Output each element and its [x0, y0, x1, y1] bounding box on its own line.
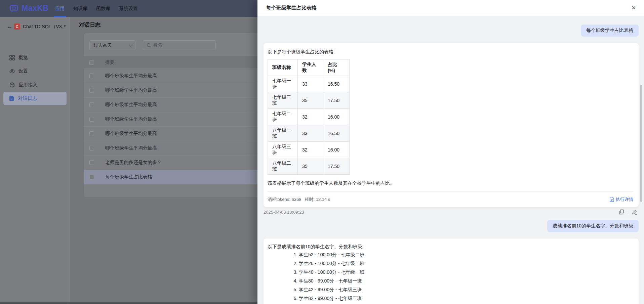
document-icon [610, 197, 614, 202]
row-checkbox[interactable] [89, 88, 94, 93]
table-header-row: 摘要 [84, 56, 266, 69]
grid-icon [9, 55, 15, 60]
drawer-header: 每个班级学生占比表格 ✕ [257, 0, 644, 16]
row-checkbox[interactable] [89, 131, 94, 136]
chat-log-rows: 哪个班级学生平均分最高 哪个班级学生平均分最高 哪个班级学生平均分最高 哪个班级… [84, 69, 266, 184]
th-student-count: 学生人数 [298, 59, 323, 76]
close-icon[interactable]: ✕ [632, 5, 636, 11]
sidebar-item-chat-logs[interactable]: 对话日志 [3, 92, 67, 105]
answer-intro: 以下是每个班级学生占比的表格: [268, 48, 633, 55]
ai-answer-card: 以下是每个班级学生占比的表格: 班级名称 学生人数 占比 (%) 七年级一班33… [264, 43, 639, 207]
th-ratio: 占比 (%) [323, 59, 350, 76]
column-header-summary: 摘要 [105, 59, 114, 66]
row-checkbox[interactable] [89, 160, 94, 165]
row-checkbox[interactable] [89, 74, 94, 78]
table-row[interactable]: 哪个班级学生平均分最高 [84, 112, 266, 127]
nav-item-functions[interactable]: 函数库 [96, 0, 110, 17]
search-icon [147, 43, 151, 48]
list-item: 学生80 - 99.00分 - 七年级一班 [299, 277, 633, 284]
list-item: 学生52 - 100.00分 - 七年级二班 [299, 251, 633, 258]
divider [628, 210, 628, 214]
table-row: 八年级三班3216.00 [268, 142, 350, 158]
sidebar-item-label: 应用接入 [18, 82, 37, 88]
answer-intro: 以下是成绩排名前10的学生名字、分数和班级: [268, 243, 633, 250]
row-summary: 哪个班级学生平均分最高 [105, 116, 157, 122]
chat-detail-drawer: 每个班级学生占比表格 ✕ 每个班级学生占比表格 以下是每个班级学生占比的表格: … [257, 0, 644, 304]
sidebar-item-overview[interactable]: 概览 [3, 51, 67, 64]
conversation-panel: 每个班级学生占比表格 以下是每个班级学生占比的表格: 班级名称 学生人数 占比 … [257, 16, 644, 304]
top-students-list: 学生52 - 100.00分 - 七年级二班 学生26 - 100.00分 - … [268, 251, 633, 304]
row-summary: 每个班级学生占比表格 [105, 174, 152, 180]
table-row: 七年级一班3316.50 [268, 76, 350, 92]
nav-item-apps[interactable]: 应用 [55, 0, 65, 17]
gear-icon [9, 69, 15, 74]
row-checkbox[interactable] [89, 146, 94, 150]
window-bottom-edge [0, 302, 257, 304]
row-summary: 哪个班级学生平均分最高 [105, 131, 157, 137]
user-message-bubble: 成绩排名前10的学生名字、分数和班级 [547, 220, 639, 232]
select-all-checkbox[interactable] [89, 60, 94, 65]
row-checkbox[interactable] [89, 102, 94, 107]
copy-icon[interactable] [619, 209, 624, 215]
table-row-selected[interactable]: 每个班级学生占比表格 [84, 170, 266, 184]
list-item: 学生82 - 99.00分 - 七年级三班 [299, 295, 633, 302]
execution-detail-link[interactable]: 执行详情 [610, 197, 633, 203]
tokens-used: 消耗tokens: 6368 [268, 197, 301, 203]
doc-icon [9, 96, 14, 101]
sidebar-item-label: 设置 [18, 68, 28, 74]
row-summary: 哪个班级学生平均分最高 [105, 102, 157, 108]
class-ratio-table: 班级名称 学生人数 占比 (%) 七年级一班3316.50 七年级三班3517.… [268, 59, 350, 175]
chevron-down-icon [129, 43, 133, 46]
nav-item-knowledge[interactable]: 知识库 [73, 0, 87, 17]
cube-icon [9, 82, 15, 88]
nav-menu: 应用 知识库 函数库 系统设置 [55, 0, 138, 17]
answer-summary: 该表格展示了每个班级的学生人数及其在全校学生中的占比。 [268, 180, 633, 186]
sidebar-item-label: 对话日志 [18, 95, 37, 101]
table-row: 八年级一班3316.50 [268, 125, 350, 142]
app-sidebar: ← C Chat TO SQL（V3... ▾ 概览 设置 [0, 17, 70, 304]
row-checkbox[interactable] [89, 175, 94, 179]
drawer-scrollbar[interactable] [640, 85, 642, 202]
list-item: 学生26 - 100.00分 - 七年级二班 [299, 260, 633, 267]
answer-meta-footer: 消耗tokens: 6368 耗时: 12.14 s 执行详情 [268, 192, 633, 207]
search-input[interactable]: 搜索 [143, 40, 216, 50]
date-range-select[interactable]: 过去90天 [89, 40, 135, 50]
nav-item-settings[interactable]: 系统设置 [119, 0, 138, 17]
app-name: Chat TO SQL（V3... [23, 24, 63, 30]
page-title: 对话日志 [79, 21, 100, 29]
table-row: 八年级二班3517.50 [268, 158, 350, 175]
ai-answer-card: 以下是成绩排名前10的学生名字、分数和班级: 学生52 - 100.00分 - … [264, 238, 639, 304]
logo-text: MaxKB [22, 4, 48, 13]
app-switcher[interactable]: ← C Chat TO SQL（V3... ▾ [0, 22, 70, 33]
table-row[interactable]: 哪个班级学生平均分最高 [84, 98, 266, 112]
row-summary: 哪个班级学生平均分最高 [105, 73, 157, 79]
search-placeholder: 搜索 [154, 42, 162, 48]
maxkb-robot-icon [9, 4, 18, 13]
list-item: 学生42 - 99.00分 - 七年级三班 [299, 286, 633, 293]
table-row: 七年级二班3216.00 [268, 109, 350, 125]
table-row[interactable]: 哪个班级学生平均分最高 [84, 127, 266, 141]
sidebar-item-label: 概览 [18, 55, 28, 61]
message-meta-row: 2025-04-03 18:09:23 [264, 209, 639, 215]
row-summary: 哪个班级学生平均分最高 [105, 87, 157, 93]
maxkb-logo[interactable]: MaxKB [9, 4, 48, 13]
sidebar-item-app-access[interactable]: 应用接入 [3, 78, 67, 92]
table-row[interactable]: 哪个班级学生平均分最高 [84, 69, 266, 83]
table-row[interactable]: 哪个班级学生平均分最高 [84, 83, 266, 98]
table-row[interactable]: 哪个班级学生平均分最高 [84, 141, 266, 156]
row-summary: 老师是男的多还是女的多？ [105, 160, 162, 166]
list-item: 学生40 - 100.00分 - 七年级一班 [299, 269, 633, 275]
sidebar-item-settings[interactable]: 设置 [3, 64, 67, 78]
table-row[interactable]: 老师是男的多还是女的多？ [84, 156, 266, 170]
row-checkbox[interactable] [89, 117, 94, 122]
edit-pencil-icon[interactable] [632, 209, 637, 215]
message-timestamp: 2025-04-03 18:09:23 [264, 210, 304, 215]
app-avatar: C [14, 24, 20, 30]
time-used: 耗时: 12.14 s [305, 197, 330, 203]
user-message-bubble: 每个班级学生占比表格 [581, 25, 639, 37]
drawer-title: 每个班级学生占比表格 [266, 5, 317, 11]
chevron-down-icon[interactable]: ▾ [64, 24, 66, 28]
back-arrow-icon[interactable]: ← [7, 23, 12, 30]
row-summary: 哪个班级学生平均分最高 [105, 145, 157, 151]
date-range-value: 过去90天 [94, 42, 112, 48]
